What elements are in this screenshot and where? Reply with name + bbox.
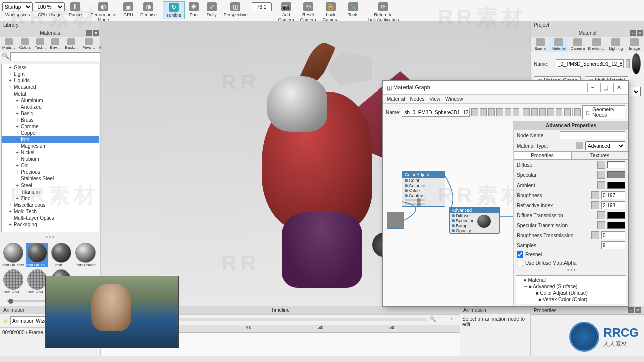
thumb-iron-2[interactable]: Iron … — [50, 243, 72, 267]
tab-colors[interactable]: Colors — [17, 37, 33, 51]
panel-dock-button[interactable]: ▫ — [86, 30, 92, 36]
tab-lighting[interactable]: Lighting — [607, 37, 625, 52]
menu-view[interactable]: View — [429, 96, 440, 102]
close-window-button[interactable]: ✕ — [613, 83, 624, 92]
right-close-button[interactable]: ✕ — [637, 30, 643, 36]
thumb-iron-brushed-1[interactable]: Iron Brush… — [26, 243, 48, 267]
node-name-input[interactable] — [560, 131, 625, 139]
tbtn-11[interactable] — [556, 108, 562, 116]
node-graph-canvas[interactable]: Color Adjust Color Colorize Value Contra… — [383, 121, 514, 306]
diff-trans-swatch[interactable] — [607, 212, 625, 219]
material-hierarchy-tree[interactable]: − ● Material − ■ Advanced (Surface) − ■ … — [516, 275, 626, 304]
ca-slider-1[interactable] — [405, 199, 425, 201]
tab-properties[interactable]: Properties — [514, 151, 571, 160]
ca-slider-2[interactable] — [405, 203, 425, 205]
fresnel-checkbox[interactable] — [517, 251, 523, 258]
tree-liquids[interactable]: Liquids — [2, 77, 99, 84]
thumb-iron-rough-4[interactable]: Iron Rou… — [2, 269, 24, 294]
zoom-timeline-out[interactable]: − — [440, 316, 447, 323]
tbtn-4[interactable] — [496, 108, 503, 116]
search-timeline-icon[interactable]: 🔍 — [430, 316, 437, 323]
gpu-button[interactable]: ▣GPU — [119, 1, 137, 18]
focal-input[interactable] — [252, 2, 272, 11]
tumble-button[interactable]: ↻Tumble — [163, 1, 185, 19]
perspective-button[interactable]: ◫Perspective — [221, 1, 251, 18]
ambient-swatch[interactable] — [607, 182, 625, 189]
workspaces-button[interactable]: Workspaces — [2, 11, 33, 18]
tree-measured[interactable]: Measured — [2, 84, 99, 90]
save-material-button[interactable] — [626, 59, 630, 68]
tree-metal[interactable]: Metal — [2, 90, 99, 97]
rough-trans-input[interactable] — [601, 231, 625, 239]
thumb-iron-brushed-0[interactable]: Iron Brushed — [2, 243, 24, 267]
tree-nickel[interactable]: Nickel — [2, 149, 99, 156]
minimize-button[interactable]: − — [587, 83, 598, 92]
tree-anodized[interactable]: Anodized — [2, 104, 99, 110]
mat-name-input[interactable] — [556, 59, 624, 68]
material-tree[interactable]: Glass Light Liquids Measured Metal Alumi… — [1, 64, 99, 232]
delete-mat-button[interactable] — [576, 142, 583, 149]
props-dock-button[interactable]: ▫ — [628, 307, 634, 313]
specular-map-btn[interactable] — [597, 171, 605, 179]
material-search-input[interactable] — [10, 52, 100, 61]
tbtn-8[interactable] — [531, 108, 538, 116]
menu-nodes[interactable]: Nodes — [410, 96, 425, 102]
tab-environment[interactable]: Environ… — [587, 37, 607, 52]
zoom-select[interactable]: 100 % — [35, 2, 65, 11]
props-close-button[interactable]: ✕ — [635, 307, 641, 313]
tree-light[interactable]: Light — [2, 71, 99, 77]
tbtn-10[interactable] — [547, 108, 554, 116]
tbtn-2[interactable] — [480, 108, 487, 116]
tbtn-9[interactable] — [539, 108, 546, 116]
tab-backplates[interactable]: Back… — [63, 37, 80, 51]
tab-scene[interactable]: Scene — [531, 37, 549, 52]
roughness-map-btn[interactable] — [591, 191, 599, 199]
tree-aluminum[interactable]: Aluminum — [2, 97, 99, 104]
tree-mlo[interactable]: Multi-Layer Optics — [2, 215, 99, 221]
samples-input[interactable] — [601, 241, 625, 249]
reset-camera-button[interactable]: ⟲Reset Camera — [297, 1, 319, 23]
tbtn-1[interactable] — [471, 108, 478, 116]
diffuse-swatch[interactable] — [607, 161, 625, 168]
startup-select[interactable]: Startup — [2, 2, 33, 11]
tree-vertex-color[interactable]: ■ Vertex Color (Color) — [517, 296, 625, 303]
tools-button[interactable]: 🔧Tools — [344, 1, 362, 18]
tbtn-12[interactable] — [564, 108, 571, 116]
pause-button[interactable]: ⅡPause — [66, 1, 85, 18]
tab-textures[interactable]: Textures — [571, 151, 628, 160]
node-texture-swatch[interactable] — [387, 212, 404, 229]
node-color-adjust[interactable]: Color Adjust Color Colorize Value Contra… — [402, 171, 445, 207]
tab-materials[interactable]: Mate… — [0, 37, 17, 51]
tree-packaging[interactable]: Packaging — [2, 221, 99, 228]
return-link-button[interactable]: ⟳Return to Link Application — [365, 1, 403, 23]
zoom-timeline-in[interactable]: + — [450, 316, 457, 323]
tree-adv-surface[interactable]: − ■ Advanced (Surface) — [517, 283, 625, 290]
tab-environments[interactable]: Env… — [48, 37, 63, 51]
tab-textures[interactable]: Text… — [33, 37, 48, 51]
ambient-map-btn[interactable] — [597, 181, 605, 189]
gp-mat-type-select[interactable]: Advanced — [585, 141, 625, 150]
diff-trans-map-btn[interactable] — [597, 211, 605, 219]
tree-glass[interactable]: Glass — [2, 64, 99, 71]
node-advanced[interactable]: Advanced Diffuse Specular Bump Opacity — [449, 207, 500, 234]
dolly-button[interactable]: ⤢Dolly — [203, 1, 221, 18]
graph-name-input[interactable] — [402, 108, 470, 117]
diffuse-alpha-checkbox[interactable] — [517, 260, 523, 266]
tree-titanium[interactable]: Titanium — [2, 189, 99, 195]
tree-iron[interactable]: Iron — [2, 136, 99, 143]
refractive-map-btn[interactable] — [591, 201, 599, 209]
spec-trans-swatch[interactable] — [607, 222, 625, 229]
tbtn-3[interactable] — [488, 108, 495, 116]
panel-close-button[interactable]: ✕ — [93, 30, 99, 36]
geometry-nodes-button[interactable]: ◰Geometry Nodes — [582, 105, 625, 119]
tbtn-13[interactable] — [574, 108, 581, 116]
tbtn-7[interactable] — [523, 108, 529, 116]
tree-niobium[interactable]: Niobium — [2, 156, 99, 162]
material-graph-window[interactable]: ◫ Material Graph − ▢ ✕ Material Nodes Vi… — [382, 80, 629, 307]
tree-chrome[interactable]: Chrome — [2, 123, 99, 130]
tab-image[interactable]: Image — [625, 37, 644, 52]
zoom-out-icon[interactable]: − — [2, 298, 5, 304]
tab-material[interactable]: Material — [549, 37, 568, 52]
tree-material-root[interactable]: − ● Material — [517, 277, 625, 283]
tree-old[interactable]: Old — [2, 162, 99, 169]
